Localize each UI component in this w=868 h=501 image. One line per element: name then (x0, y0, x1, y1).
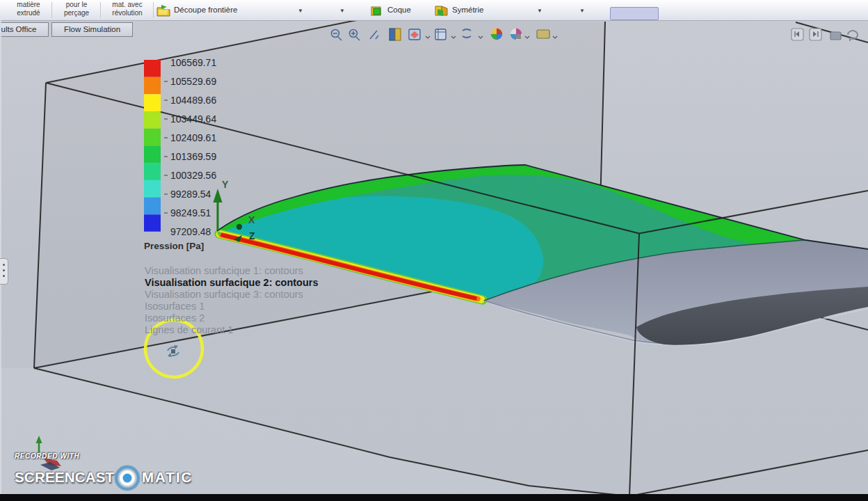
svg-text:Y: Y (222, 179, 229, 190)
svg-text:X: X (248, 214, 255, 225)
svg-text:Z: Z (249, 230, 255, 241)
